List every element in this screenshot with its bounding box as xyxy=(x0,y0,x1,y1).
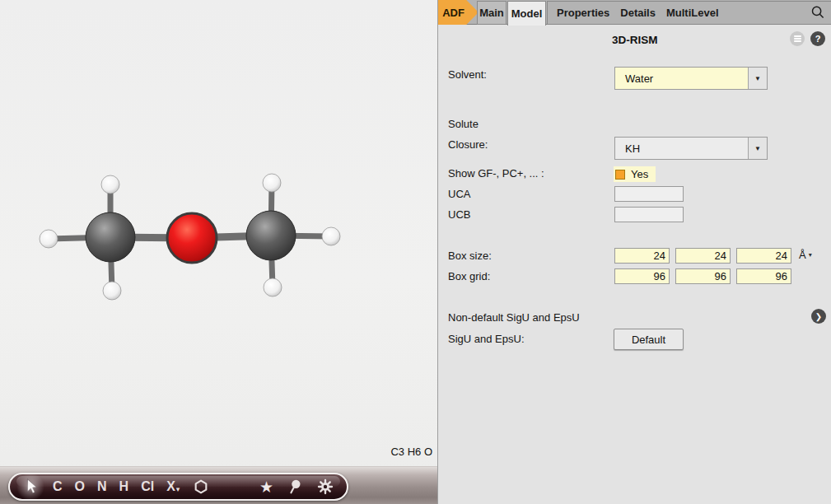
ring-tool-icon[interactable] xyxy=(192,478,210,496)
box-size-label: Box size: xyxy=(448,249,492,264)
gear-icon[interactable] xyxy=(316,478,334,496)
uca-label: UCA xyxy=(448,187,470,202)
star-icon[interactable]: ★ xyxy=(259,479,273,495)
expand-chevron-button[interactable]: ❯ xyxy=(811,309,826,324)
balloon-icon[interactable] xyxy=(286,478,304,496)
box-size-z-input[interactable] xyxy=(736,248,791,264)
tab-group: Properties Details MultiLevel xyxy=(547,1,831,25)
box-grid-x-input[interactable] xyxy=(614,268,670,284)
atom-nitrogen-button[interactable]: N xyxy=(97,480,107,493)
solvent-select[interactable]: Water ▼ xyxy=(614,67,768,90)
tab-adf[interactable]: ADF xyxy=(438,0,479,25)
box-grid-label: Box grid: xyxy=(448,269,490,284)
ucb-input[interactable] xyxy=(614,207,684,222)
tab-multilevel[interactable]: MultiLevel xyxy=(666,7,719,19)
sigu-label: SigU and EpsU: xyxy=(448,332,525,347)
viewer-toolbar-strip: C O N H Cl X ▾ ★ xyxy=(0,466,437,504)
hamburger-icon xyxy=(794,38,801,40)
menu-button[interactable] xyxy=(790,31,805,46)
search-icon[interactable] xyxy=(810,4,826,21)
solute-section-label: Solute xyxy=(448,117,479,132)
closure-value: KH xyxy=(615,142,748,155)
checkbox-value: Yes xyxy=(631,168,648,180)
closure-select[interactable]: KH ▼ xyxy=(614,137,768,160)
help-button[interactable]: ? xyxy=(810,31,825,46)
page-title: 3D-RISM xyxy=(612,34,658,46)
settings-panel: ADF Main Model Properties Details MultiL… xyxy=(437,0,831,504)
atom-carbon-button[interactable]: C xyxy=(53,480,63,493)
show-gf-checkbox[interactable]: Yes xyxy=(614,166,656,182)
sigu-default-button[interactable]: Default xyxy=(614,329,684,350)
solvent-label: Solvent: xyxy=(448,68,487,82)
atom-toolbar: C O N H Cl X ▾ ★ xyxy=(8,473,348,501)
select-tool-button[interactable] xyxy=(22,478,40,496)
molecule-3d-render[interactable] xyxy=(0,0,437,504)
dropdown-arrow-icon[interactable]: ▼ xyxy=(748,68,767,89)
solvent-value: Water xyxy=(615,72,748,85)
box-size-y-input[interactable] xyxy=(675,248,731,264)
uca-input[interactable] xyxy=(614,186,684,202)
oxygen-atom[interactable] xyxy=(167,213,217,263)
molecular-formula: C3 H6 O xyxy=(390,446,432,458)
atom-chlorine-button[interactable]: Cl xyxy=(141,480,154,493)
box-grid-z-input[interactable] xyxy=(736,268,791,284)
box-grid-y-input[interactable] xyxy=(675,268,731,284)
atom-other-button[interactable]: X ▾ xyxy=(166,480,180,493)
nondefault-sigu-label: Non-default SigU and EpsU xyxy=(448,310,580,325)
app-window: C3 H6 O C O N H Cl X ▾ xyxy=(0,0,831,504)
tab-details[interactable]: Details xyxy=(620,7,656,19)
checkbox-checked-icon xyxy=(615,170,625,180)
unit-select[interactable]: Å ▾ xyxy=(799,249,812,261)
tab-bar: ADF Main Model Properties Details MultiL… xyxy=(438,0,831,25)
tab-main[interactable]: Main xyxy=(477,1,507,25)
cursor-icon xyxy=(22,478,40,496)
dropdown-arrow-icon[interactable]: ▼ xyxy=(748,138,767,159)
atom-hydrogen-button[interactable]: H xyxy=(119,480,129,493)
chevron-down-icon: ▾ xyxy=(809,251,812,259)
box-size-x-input[interactable] xyxy=(614,248,670,264)
atom-oxygen-button[interactable]: O xyxy=(75,480,85,493)
chevron-down-icon: ▾ xyxy=(176,485,180,493)
closure-label: Closure: xyxy=(448,138,488,152)
show-gf-label: Show GF-, PC+, ... : xyxy=(448,166,544,181)
tab-model[interactable]: Model xyxy=(507,1,546,26)
tab-properties[interactable]: Properties xyxy=(557,7,609,19)
molecule-viewport[interactable]: C3 H6 O C O N H Cl X ▾ xyxy=(0,0,437,504)
unit-label: Å xyxy=(799,249,806,261)
ucb-label: UCB xyxy=(448,208,470,222)
